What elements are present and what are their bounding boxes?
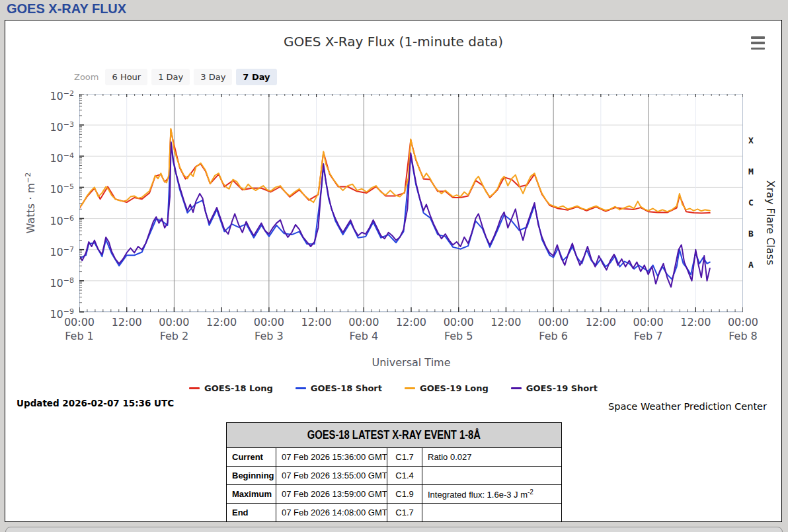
- event-row-label: End: [227, 504, 276, 522]
- event-row-time: 07 Feb 2026 13:55:00 GMT: [276, 467, 387, 485]
- zoom-label: Zoom: [74, 72, 98, 82]
- legend-label: GOES-19 Long: [420, 383, 489, 393]
- event-row-time: 07 Feb 2026 13:59:00 GMT: [276, 485, 387, 504]
- x-tick-time: 12:00: [577, 316, 625, 328]
- legend-item-goes-18-short[interactable]: GOES-18 Short: [296, 383, 382, 393]
- legend-label: GOES-18 Long: [204, 383, 273, 393]
- x-tick-date: Feb 7: [625, 330, 672, 342]
- event-row-note: Ratio 0.027: [422, 448, 562, 467]
- x-tick-date: Feb 1: [56, 330, 103, 342]
- hamburger-icon: [751, 42, 765, 44]
- event-row-class: C1.7: [387, 448, 422, 467]
- x-tick-date: Feb 8: [719, 330, 767, 342]
- event-table-row: Current07 Feb 2026 15:36:00 GMTC1.7Ratio…: [227, 448, 562, 467]
- zoom-controls: Zoom 6 Hour1 Day3 Day7 Day: [74, 68, 277, 85]
- zoom-button-6-hour[interactable]: 6 Hour: [105, 69, 147, 85]
- event-row-time: 07 Feb 2026 14:08:00 GMT: [276, 504, 387, 522]
- event-row-note: [422, 504, 562, 522]
- legend-label: GOES-18 Short: [311, 383, 382, 393]
- credit-text: Space Weather Prediction Center: [608, 401, 767, 412]
- event-table-title: GOES-18 LATEST X-RAY EVENT 1-8Å: [307, 428, 481, 442]
- legend-item-goes-19-long[interactable]: GOES-19 Long: [405, 383, 489, 393]
- y-tick-label: 10−8: [5, 274, 74, 288]
- event-row-note: Integrated flux: 1.6e-3 J m-2: [422, 485, 562, 504]
- zoom-button-1-day[interactable]: 1 Day: [151, 69, 190, 85]
- x-tick-date: Feb 3: [245, 330, 293, 342]
- x-tick-time: 00:00: [625, 316, 672, 328]
- event-row-label: Beginning: [227, 467, 276, 485]
- updated-timestamp: Updated 2026-02-07 15:36 UTC: [17, 398, 174, 408]
- legend-line-swatch: [511, 387, 522, 389]
- event-row-class: C1.9: [387, 485, 422, 504]
- zoom-button-7-day[interactable]: 7 Day: [236, 69, 276, 85]
- legend-line-swatch: [296, 387, 306, 389]
- x-tick-time: 00:00: [245, 316, 293, 328]
- x-tick-time: 12:00: [482, 316, 530, 328]
- y-tick-label: 10−6: [5, 211, 74, 226]
- hamburger-icon: [751, 36, 765, 39]
- xray-flux-plot[interactable]: [79, 94, 743, 313]
- event-table-row: End07 Feb 2026 14:08:00 GMTC1.7: [227, 504, 562, 522]
- y-tick-label: 10−2: [5, 87, 74, 101]
- x-tick-time: 00:00: [530, 316, 577, 328]
- chart-panel: GOES X-Ray Flux (1-minute data) Zoom 6 H…: [5, 20, 782, 522]
- hamburger-icon: [751, 48, 765, 50]
- y-tick-label: 10−3: [5, 118, 74, 132]
- x-tick-time: 00:00: [719, 316, 767, 328]
- legend-line-swatch: [405, 387, 415, 389]
- xray-event-table: GOES-18 LATEST X-RAY EVENT 1-8Å Current0…: [226, 422, 562, 522]
- chart-title: GOES X-Ray Flux (1-minute data): [5, 34, 781, 50]
- x-tick-time: 12:00: [103, 316, 151, 328]
- x-tick-date: Feb 2: [150, 330, 198, 342]
- legend-line-swatch: [189, 387, 200, 389]
- x-tick-time: 00:00: [435, 316, 483, 328]
- x-tick-time: 00:00: [150, 316, 198, 328]
- x-tick-time: 00:00: [56, 316, 103, 328]
- y-tick-label: 10−5: [5, 180, 74, 194]
- y-tick-label: 10−4: [5, 149, 74, 163]
- x-tick-date: Feb 6: [530, 330, 577, 342]
- right-axis-title: Xray Flare Class: [763, 114, 777, 332]
- legend: GOES-18 LongGOES-18 ShortGOES-19 LongGOE…: [5, 383, 781, 393]
- event-row-note: [422, 467, 562, 485]
- x-tick-time: 12:00: [672, 316, 719, 328]
- event-table-header: GOES-18 LATEST X-RAY EVENT 1-8Å: [227, 423, 562, 448]
- y-tick-label: 10−7: [5, 243, 74, 257]
- x-tick-time: 12:00: [198, 316, 245, 328]
- x-tick-time: 12:00: [387, 316, 435, 328]
- event-row-class: C1.7: [387, 504, 422, 522]
- section-header: GOES X-RAY FLUX: [0, 0, 788, 20]
- x-tick-time: 00:00: [340, 316, 387, 328]
- next-section-header[interactable]: [5, 527, 783, 532]
- legend-item-goes-18-long[interactable]: GOES-18 Long: [189, 383, 273, 393]
- legend-label: GOES-19 Short: [526, 383, 598, 393]
- x-tick-date: Feb 5: [435, 330, 483, 342]
- x-axis-title: Universal Time: [79, 356, 743, 369]
- page-title: GOES X-RAY FLUX: [7, 1, 126, 17]
- event-row-label: Current: [227, 448, 276, 467]
- event-row-label: Maximum: [227, 485, 276, 504]
- zoom-button-3-day[interactable]: 3 Day: [194, 69, 232, 85]
- event-table-row: Maximum07 Feb 2026 13:59:00 GMTC1.9Integ…: [227, 485, 562, 504]
- event-row-class: C1.4: [387, 467, 422, 485]
- legend-item-goes-19-short[interactable]: GOES-19 Short: [511, 383, 598, 393]
- event-row-time: 07 Feb 2026 15:36:00 GMT: [276, 448, 387, 467]
- x-tick-date: Feb 4: [340, 330, 387, 342]
- x-tick-time: 12:00: [293, 316, 340, 328]
- chart-menu-button[interactable]: [751, 36, 768, 50]
- event-table-row: Beginning07 Feb 2026 13:55:00 GMTC1.4: [227, 467, 562, 485]
